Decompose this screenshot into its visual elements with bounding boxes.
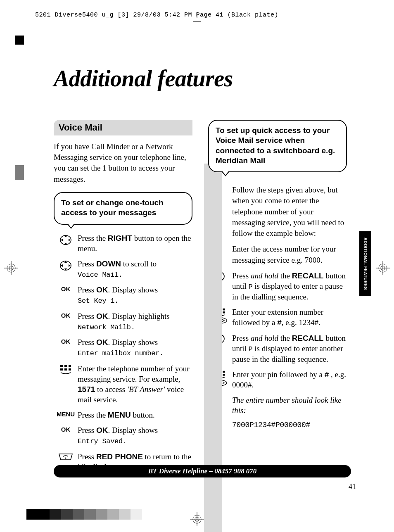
step-row: The entire number should look like this:: [208, 395, 347, 416]
t: to access: [95, 385, 127, 394]
red-phone-icon: [57, 452, 74, 461]
t: button.: [131, 411, 155, 419]
svg-rect-15: [60, 368, 63, 370]
t: . Display shows: [108, 285, 158, 294]
color-swatches: [26, 509, 142, 520]
callout-left-text: To set or change one-touch access to you…: [61, 198, 164, 217]
t: Press the: [78, 411, 108, 419]
swatch: [61, 509, 73, 520]
grey-tab-marker: [15, 165, 24, 180]
outro-italic: The entire number should look like this:: [232, 395, 347, 416]
step-row: R Press and hold the RECALL button until…: [208, 333, 347, 365]
t: the: [278, 271, 292, 280]
t: and hold: [251, 271, 278, 280]
step-row: Enter the access number for your messagi…: [208, 244, 347, 265]
registration-mark-icon: [4, 261, 18, 275]
lcd-text: Set Key 1.: [78, 297, 119, 305]
svg-rect-23: [223, 309, 225, 311]
t: OK: [96, 285, 108, 294]
callout-right: To set up quick access to your Voice Mai…: [208, 120, 347, 172]
side-tab: ADDITIONAL FEATURES: [359, 231, 371, 296]
t: RECALL: [292, 271, 324, 280]
t: Press: [78, 426, 96, 435]
swatch: [50, 509, 61, 520]
intro-text: If you have Call Minder or a Network Mes…: [54, 141, 192, 185]
t: P: [249, 345, 253, 353]
svg-rect-16: [64, 368, 67, 370]
swatch: [96, 509, 107, 520]
callout-left: To set or change one-touch access to you…: [54, 192, 192, 225]
callout-right-text: To set up quick access to your Voice Mai…: [216, 126, 335, 165]
svg-marker-6: [69, 239, 71, 241]
page-title: Additional features: [54, 65, 233, 92]
nav-icon: [59, 259, 72, 272]
step-row: Enter the telephone number of your messa…: [54, 363, 192, 405]
t: #: [325, 370, 329, 379]
swatch: [107, 509, 119, 520]
t: and hold: [251, 334, 278, 342]
ok-icon: OK: [61, 338, 71, 345]
t: OK: [96, 426, 108, 435]
step-row: OK Press OK. Display highlights Network …: [54, 311, 192, 332]
keypad-icon: [59, 364, 72, 375]
lcd-text: Network Mailb.: [78, 323, 135, 331]
right-intro2: Enter the access number for your messagi…: [232, 244, 347, 265]
swatch: [26, 509, 38, 520]
ok-icon: OK: [61, 285, 71, 292]
t: . Display shows: [108, 426, 158, 435]
lcd-text: Voice Mail.: [78, 271, 123, 279]
step-row: Press DOWN to scroll to Voice Mail.: [54, 259, 192, 280]
nav-icon: [59, 234, 72, 246]
lcd-text: Enter mailbox number.: [78, 349, 164, 357]
print-slug: 5201 Diverse5400 u_g [3] 29/8/03 5:42 PM…: [35, 12, 278, 19]
svg-rect-14: [69, 365, 71, 367]
section-heading: Voice Mail: [54, 120, 192, 135]
t: RECALL: [292, 334, 324, 342]
step-row: OK Press OK. Display shows Entry Saved.: [54, 425, 192, 446]
t: #: [277, 318, 282, 327]
t: . Display shows: [108, 338, 158, 347]
steps-list: Press the RIGHT button to open the menu.…: [54, 233, 192, 472]
svg-marker-11: [69, 264, 71, 267]
swatch: [131, 509, 142, 520]
t: Press: [78, 259, 96, 268]
outro-lcd: 7000P1234#P000000#: [232, 420, 310, 430]
t: Press: [232, 271, 251, 280]
swatch: [73, 509, 84, 520]
ok-icon: OK: [61, 426, 71, 433]
svg-rect-13: [64, 365, 67, 367]
svg-rect-12: [60, 365, 63, 367]
svg-rect-17: [69, 368, 71, 370]
t: 1571: [78, 385, 95, 394]
page-number: 41: [349, 482, 356, 491]
step-row: Enter your pin followed by a # , e.g. 00…: [208, 369, 347, 390]
ok-icon: OK: [61, 312, 71, 319]
t: Press: [232, 334, 251, 342]
svg-rect-35: [223, 371, 225, 373]
svg-rect-26: [223, 311, 225, 314]
t: Press: [78, 452, 96, 461]
svg-rect-38: [223, 374, 225, 376]
left-column: Voice Mail If you have Call Minder or a …: [54, 120, 192, 477]
t: MENU: [108, 411, 131, 419]
step-row: Follow the steps given above, but when y…: [208, 185, 347, 239]
step-row: OK Press OK. Display shows Set Key 1.: [54, 285, 192, 306]
step-row: Enter your extension number followed by …: [208, 307, 347, 328]
right-intro: Follow the steps given above, but when y…: [232, 185, 347, 239]
t: DOWN: [96, 259, 121, 268]
svg-marker-5: [61, 239, 63, 241]
t: to scroll to: [121, 259, 157, 268]
t: RED PHONE: [96, 452, 143, 461]
t: 'BT Answer': [127, 385, 165, 394]
t: Enter the telephone number of your messa…: [78, 364, 190, 383]
t: Enter your pin followed by a: [232, 370, 325, 379]
svg-marker-10: [61, 264, 63, 267]
menu-icon: MENU: [57, 411, 75, 418]
svg-point-18: [65, 457, 66, 458]
swatch: [119, 509, 131, 520]
t: Press: [78, 338, 96, 347]
t: . Display highlights: [108, 312, 169, 321]
step-row: Press the RIGHT button to open the menu.: [54, 233, 192, 254]
black-square-marker: [15, 36, 24, 45]
registration-mark-icon: [376, 261, 390, 275]
